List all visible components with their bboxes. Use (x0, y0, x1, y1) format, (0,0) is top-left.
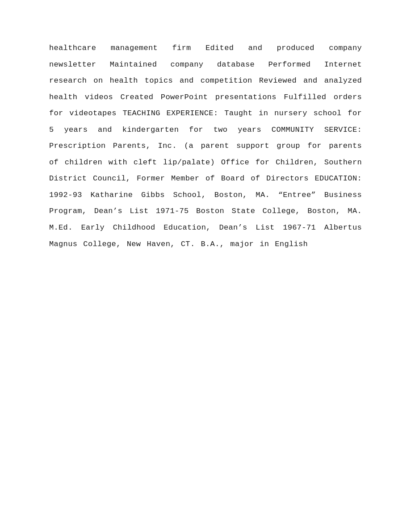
page-container: healthcare management firm Edited and pr… (0, 0, 411, 532)
main-content-paragraph: healthcare management firm Edited and pr… (49, 40, 362, 252)
